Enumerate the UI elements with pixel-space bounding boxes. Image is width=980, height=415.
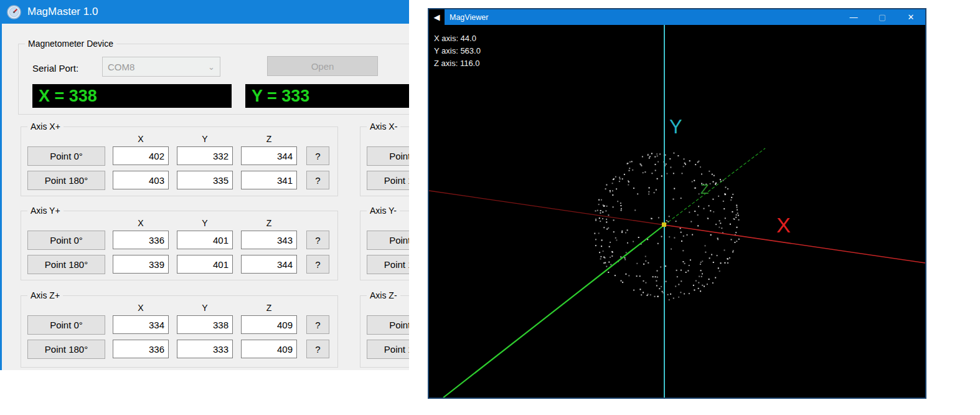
value-input-z[interactable] [241, 231, 297, 249]
device-group-label: Magnetometer Device [25, 39, 116, 49]
axis-y-plus-groupbox: Axis Y+ X Y Z Point 0° ? Point 180° ? [21, 211, 338, 280]
magmaster-client-area: Magnetometer Device Serial Port: COM8 ⌄ … [0, 24, 409, 370]
point-0-button[interactable]: Point 0° [27, 315, 105, 335]
lcd-x-display: X = 338 [32, 84, 232, 108]
x-axis-label: X [776, 213, 791, 237]
value-input-x[interactable] [113, 340, 169, 358]
z-axis-readout: Z axis: 116.0 [434, 57, 481, 70]
magnetometer-device-groupbox: Magnetometer Device Serial Port: COM8 ⌄ … [18, 44, 409, 115]
magviewer-3d-viewport[interactable]: X axis: 44.0 Y axis: 563.0 Z axis: 116.0… [429, 25, 925, 398]
axis-y-plus-label: Axis Y+ [27, 206, 64, 216]
value-input-z[interactable] [241, 315, 297, 334]
z-axis-line-positive [443, 225, 664, 398]
z-axis-label: Z [700, 181, 709, 198]
column-header-z: Z [241, 218, 297, 228]
magviewer-titlebar[interactable]: ◀ MagViewer — ▢ ✕ [429, 9, 925, 25]
axis-x-plus-label: Axis X+ [27, 122, 64, 131]
magmaster-window: MagMaster 1.0 Magnetometer Device Serial… [0, 0, 409, 370]
axis-z-plus-groupbox: Axis Z+ X Y Z Point 0° ? Point 180° ? [21, 295, 338, 368]
axis-readout-overlay: X axis: 44.0 Y axis: 563.0 Z axis: 116.0 [434, 32, 481, 70]
serial-port-label: Serial Port: [32, 63, 78, 74]
help-button[interactable]: ? [306, 255, 329, 274]
unity-app-icon: ◀ [429, 9, 445, 25]
axis-y-minus-groupbox: Axis Y- Point 0° Point 180° [360, 211, 409, 280]
lcd-y-display: Y = 333 [245, 84, 409, 108]
point-0-button[interactable]: Point 0° [27, 146, 105, 166]
value-input-y[interactable] [177, 315, 233, 334]
serial-port-select[interactable]: COM8 ⌄ [102, 57, 220, 77]
value-input-z[interactable] [241, 340, 297, 358]
axis-x-plus-groupbox: Axis X+ X Y Z Point 0° ? Point 180° ? [21, 126, 338, 196]
compass-app-icon [7, 5, 21, 19]
column-header-z: Z [241, 303, 297, 313]
help-button[interactable]: ? [306, 146, 329, 165]
value-input-z[interactable] [241, 171, 297, 189]
point-180-button[interactable]: Point 180° [367, 340, 409, 359]
origin-marker [662, 222, 666, 227]
x-axis-readout: X axis: 44.0 [434, 32, 481, 45]
column-header-z: Z [241, 134, 297, 144]
value-input-y[interactable] [177, 340, 233, 358]
magviewer-window: ◀ MagViewer — ▢ ✕ X axis: 44.0 Y axis: 5… [428, 8, 926, 399]
magmaster-titlebar[interactable]: MagMaster 1.0 [0, 0, 409, 24]
magviewer-window-title: MagViewer [450, 13, 839, 22]
value-input-x[interactable] [113, 146, 169, 165]
column-header-y: Y [177, 218, 233, 228]
y-axis-label: Y [669, 116, 682, 138]
value-input-y[interactable] [177, 231, 233, 249]
close-button[interactable]: ✕ [897, 9, 925, 25]
value-input-y[interactable] [177, 146, 233, 165]
axis-x-minus-label: Axis X- [367, 122, 400, 131]
column-header-y: Y [177, 303, 233, 313]
help-button[interactable]: ? [306, 315, 329, 334]
value-input-z[interactable] [241, 146, 297, 165]
point-0-button[interactable]: Point 0° [367, 315, 409, 335]
value-input-z[interactable] [241, 255, 297, 274]
column-header-x: X [113, 134, 169, 144]
magmaster-window-title: MagMaster 1.0 [27, 6, 98, 18]
x-axis-line-positive [664, 225, 925, 263]
help-button[interactable]: ? [306, 231, 329, 249]
help-button[interactable]: ? [306, 171, 329, 189]
z-axis-line-negative [664, 148, 765, 225]
serial-port-value: COM8 [108, 62, 134, 72]
3d-scene[interactable] [429, 25, 925, 398]
point-180-button[interactable]: Point 180° [27, 171, 105, 190]
point-0-button[interactable]: Point 0° [27, 231, 105, 250]
axis-y-minus-label: Axis Y- [367, 206, 400, 216]
axis-z-plus-label: Axis Z+ [27, 290, 63, 300]
point-0-button[interactable]: Point 0° [367, 231, 409, 250]
minimize-button[interactable]: — [839, 9, 868, 25]
value-input-x[interactable] [113, 231, 169, 249]
axis-x-minus-groupbox: Axis X- Point 0° Point 180° [360, 126, 409, 196]
value-input-x[interactable] [113, 255, 169, 274]
maximize-button[interactable]: ▢ [868, 9, 897, 25]
point-cloud [594, 153, 740, 301]
chevron-down-icon: ⌄ [208, 62, 215, 72]
column-header-x: X [113, 303, 169, 313]
point-180-button[interactable]: Point 180° [27, 340, 105, 359]
x-axis-line-negative [429, 191, 664, 225]
axis-z-minus-groupbox: Axis Z- Point 0° Point 180° [360, 295, 409, 368]
value-input-y[interactable] [177, 255, 233, 274]
value-input-x[interactable] [113, 315, 169, 334]
value-input-y[interactable] [177, 171, 233, 189]
point-180-button[interactable]: Point 180° [27, 255, 105, 274]
column-header-x: X [113, 218, 169, 228]
column-header-y: Y [177, 134, 233, 144]
value-input-x[interactable] [113, 171, 169, 189]
axis-z-minus-label: Axis Z- [367, 290, 400, 300]
help-button[interactable]: ? [306, 340, 329, 358]
y-axis-readout: Y axis: 563.0 [434, 45, 481, 57]
point-180-button[interactable]: Point 180° [367, 255, 409, 274]
open-button[interactable]: Open [267, 56, 378, 76]
point-0-button[interactable]: Point 0° [367, 146, 409, 166]
point-180-button[interactable]: Point 180° [367, 171, 409, 190]
